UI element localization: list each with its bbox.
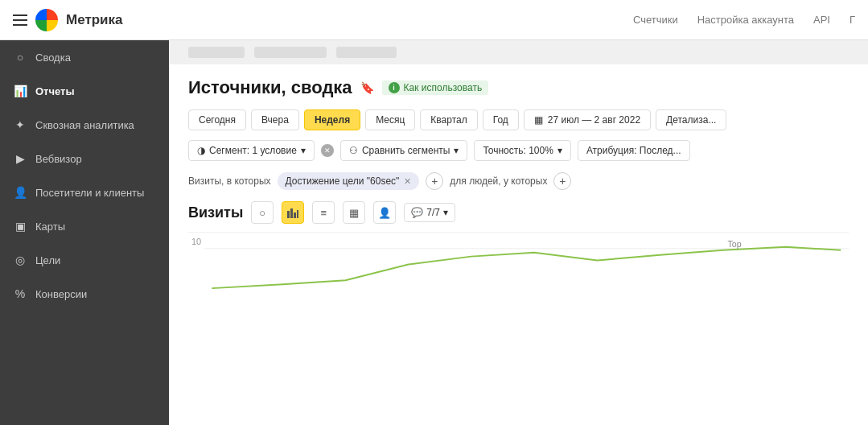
sidebar-label-visitors: Посетители и клиенты xyxy=(35,187,144,199)
period-week[interactable]: Неделя xyxy=(304,109,360,130)
metrics-selector-btn[interactable]: 💬 7/7 ▾ xyxy=(404,203,455,222)
attribution-label: Атрибуция: Послед... xyxy=(586,145,681,156)
svg-rect-1 xyxy=(290,208,293,218)
svg-rect-2 xyxy=(294,212,296,218)
conversions-icon: % xyxy=(13,287,27,301)
how-to-use-label: Как использовать xyxy=(404,82,483,93)
sidebar-item-conversions[interactable]: % Конверсии xyxy=(0,277,169,311)
sidebar-label-summary: Сводка xyxy=(35,52,71,64)
chart-y-label: 10 xyxy=(188,237,201,246)
accuracy-label: Точность: 100% xyxy=(483,145,553,156)
chart-bar-btn[interactable] xyxy=(282,201,304,224)
period-quarter[interactable]: Квартал xyxy=(420,109,477,130)
summary-icon: ○ xyxy=(13,50,27,64)
chart-stacked-btn[interactable]: ≡ xyxy=(312,201,335,224)
nav-account-settings[interactable]: Настройка аккаунта xyxy=(697,14,794,26)
chart-svg: Top xyxy=(188,233,849,296)
filters-bar: ◑ Сегмент: 1 условие ▾ ✕ ⚇ Сравнить сегм… xyxy=(188,140,849,161)
period-yesterday[interactable]: Вчера xyxy=(251,109,299,130)
logo-text: Метрика xyxy=(66,12,123,28)
segment-filter-label: Сегмент: 1 условие xyxy=(209,145,297,156)
breadcrumb-item-2[interactable] xyxy=(254,47,327,58)
chart-area: 10 Top xyxy=(188,232,849,296)
svg-rect-0 xyxy=(287,211,290,218)
nav-counters[interactable]: Счетчики xyxy=(633,14,678,26)
reports-icon: 📊 xyxy=(13,84,27,98)
calendar-icon: ▦ xyxy=(534,114,543,126)
page-title: Источники, сводка xyxy=(188,77,352,98)
how-to-use-badge[interactable]: i Как использовать xyxy=(382,80,489,95)
attribution-btn[interactable]: Атрибуция: Послед... xyxy=(578,140,690,161)
segment-close-btn[interactable]: ✕ xyxy=(321,144,334,157)
visits-label: Визиты xyxy=(188,204,243,221)
period-today[interactable]: Сегодня xyxy=(188,109,246,130)
sidebar-item-visitors[interactable]: 👤 Посетители и клиенты xyxy=(0,175,169,209)
sidebar: ○ Сводка 📊 Отчеты ✦ Сквозная аналитика ▶… xyxy=(0,40,169,425)
chat-bubble-icon: 💬 xyxy=(411,207,423,218)
bar-chart-icon xyxy=(287,207,298,218)
goal-filter-row: Визиты, в которых Достижение цели "60sec… xyxy=(188,172,849,190)
sidebar-label-analytics: Сквозная аналитика xyxy=(35,119,134,131)
sidebar-item-webvisor[interactable]: ▶ Вебвизор xyxy=(0,142,169,175)
detail-button[interactable]: Детализа... xyxy=(656,109,726,130)
visitors-icon: 👤 xyxy=(13,185,27,200)
header-nav: Счетчики Настройка аккаунта API Г xyxy=(633,14,855,26)
maps-icon: ▣ xyxy=(13,219,27,233)
chart-table-btn[interactable]: ▦ xyxy=(343,201,365,224)
title-row: Источники, сводка 🔖 i Как использовать xyxy=(188,77,849,98)
period-bar: Сегодня Вчера Неделя Месяц Квартал Год ▦… xyxy=(188,109,849,130)
goal-tag-close[interactable]: ✕ xyxy=(404,176,411,187)
info-circle-icon: i xyxy=(389,82,400,93)
sidebar-item-analytics[interactable]: ✦ Сквозная аналитика xyxy=(0,108,169,142)
webvisor-icon: ▶ xyxy=(13,151,27,166)
chart-person-btn[interactable]: 👤 xyxy=(373,201,396,224)
period-year[interactable]: Год xyxy=(483,109,519,130)
period-month[interactable]: Месяц xyxy=(365,109,415,130)
visits-prefix-label: Визиты, в которых xyxy=(188,175,271,187)
sidebar-label-conversions: Конверсии xyxy=(35,288,87,300)
svg-rect-3 xyxy=(297,210,298,218)
chart-line-btn[interactable]: ○ xyxy=(251,201,274,224)
add-visits-filter-btn[interactable]: + xyxy=(426,172,443,190)
sidebar-item-reports[interactable]: 📊 Отчеты xyxy=(0,74,169,108)
visits-toolbar: Визиты ○ ≡ ▦ 👤 💬 7/7 ▾ xyxy=(188,201,849,224)
breadcrumb xyxy=(169,40,868,64)
date-range-picker[interactable]: ▦ 27 июл — 2 авг 2022 xyxy=(524,109,651,130)
content-area: Источники, сводка 🔖 i Как использовать С… xyxy=(169,40,868,425)
segment-filter-btn[interactable]: ◑ Сегмент: 1 условие ▾ xyxy=(188,140,315,161)
sidebar-item-goals[interactable]: ◎ Цели xyxy=(0,243,169,277)
compare-chevron-icon: ▾ xyxy=(454,145,459,156)
accuracy-btn[interactable]: Точность: 100% ▾ xyxy=(474,140,570,161)
sidebar-item-maps[interactable]: ▣ Карты xyxy=(0,209,169,243)
svg-text:Top: Top xyxy=(727,239,741,249)
breadcrumb-item-1[interactable] xyxy=(188,47,245,58)
header-left: Метрика xyxy=(13,9,633,31)
compare-label: Сравнить сегменты xyxy=(362,145,450,156)
goals-icon: ◎ xyxy=(13,253,27,267)
breadcrumb-item-3[interactable] xyxy=(336,47,397,58)
page-body: Источники, сводка 🔖 i Как использовать С… xyxy=(169,64,868,309)
goal-tag: Достижение цели "60sec" ✕ xyxy=(278,172,420,190)
sidebar-item-summary[interactable]: ○ Сводка xyxy=(0,40,169,74)
date-range-label: 27 июл — 2 авг 2022 xyxy=(548,114,640,126)
people-suffix-label: для людей, у которых xyxy=(450,175,547,187)
sidebar-label-webvisor: Вебвизор xyxy=(35,153,82,165)
sidebar-label-goals: Цели xyxy=(35,254,60,266)
nav-more[interactable]: Г xyxy=(849,14,855,26)
add-people-filter-btn[interactable]: + xyxy=(553,172,571,190)
compare-segments-btn[interactable]: ⚇ Сравнить сегменты ▾ xyxy=(340,140,468,161)
metrics-chevron-icon: ▾ xyxy=(443,207,448,218)
segment-chevron-icon: ▾ xyxy=(301,145,306,156)
header: Метрика Счетчики Настройка аккаунта API … xyxy=(0,0,868,40)
main-layout: ○ Сводка 📊 Отчеты ✦ Сквозная аналитика ▶… xyxy=(0,40,868,425)
nav-api[interactable]: API xyxy=(813,14,830,26)
sidebar-label-reports: Отчеты xyxy=(35,85,75,97)
metrics-count-label: 7/7 xyxy=(426,207,440,218)
hamburger-menu[interactable] xyxy=(13,14,27,26)
goal-tag-label: Достижение цели "60sec" xyxy=(286,175,400,187)
analytics-icon: ✦ xyxy=(13,118,27,132)
segment-icon: ◑ xyxy=(197,145,205,156)
sidebar-label-maps: Карты xyxy=(35,221,65,233)
bookmark-icon[interactable]: 🔖 xyxy=(360,81,374,94)
compare-icon: ⚇ xyxy=(349,145,358,156)
